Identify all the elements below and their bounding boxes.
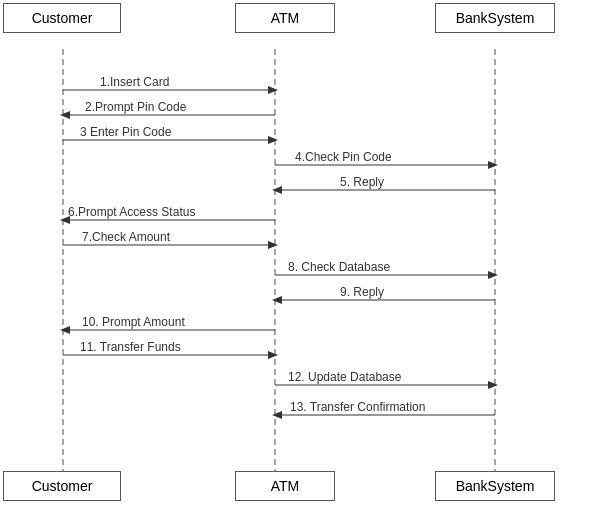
- actor-banksystem-top-label: BankSystem: [456, 10, 535, 26]
- actor-atm-bottom-label: ATM: [271, 478, 300, 494]
- msg-3-label: 3 Enter Pin Code: [80, 125, 172, 139]
- diagram-svg: 1.Insert Card 2.Prompt Pin Code 3 Enter …: [0, 0, 600, 513]
- msg-4-label: 4.Check Pin Code: [295, 150, 392, 164]
- svg-marker-22: [60, 326, 70, 334]
- msg-12-label: 12. Update Database: [288, 370, 402, 384]
- svg-marker-26: [488, 381, 498, 389]
- actor-banksystem-top: BankSystem: [435, 3, 555, 33]
- svg-marker-20: [272, 296, 282, 304]
- actor-customer-top: Customer: [3, 3, 121, 33]
- svg-marker-24: [268, 351, 278, 359]
- svg-marker-8: [268, 136, 278, 144]
- msg-5-label: 5. Reply: [340, 175, 384, 189]
- svg-marker-16: [268, 241, 278, 249]
- svg-marker-12: [272, 186, 282, 194]
- msg-7-label: 7.Check Amount: [82, 230, 171, 244]
- actor-atm-top-label: ATM: [271, 10, 300, 26]
- svg-marker-4: [268, 86, 278, 94]
- actor-atm-top: ATM: [235, 3, 335, 33]
- msg-1-label: 1.Insert Card: [100, 75, 169, 89]
- sequence-diagram: 1.Insert Card 2.Prompt Pin Code 3 Enter …: [0, 0, 600, 513]
- actor-customer-top-label: Customer: [32, 10, 93, 26]
- msg-10-label: 10. Prompt Amount: [82, 315, 185, 329]
- msg-13-label: 13. Transfer Confirmation: [290, 400, 425, 414]
- svg-marker-18: [488, 271, 498, 279]
- msg-2-label: 2.Prompt Pin Code: [85, 100, 187, 114]
- actor-atm-bottom: ATM: [235, 471, 335, 501]
- msg-9-label: 9. Reply: [340, 285, 384, 299]
- actor-customer-bottom-label: Customer: [32, 478, 93, 494]
- actor-customer-bottom: Customer: [3, 471, 121, 501]
- msg-8-label: 8. Check Database: [288, 260, 390, 274]
- svg-marker-6: [60, 111, 70, 119]
- msg-6-label: 6.Prompt Access Status: [68, 205, 195, 219]
- actor-banksystem-bottom-label: BankSystem: [456, 478, 535, 494]
- msg-11-label: 11. Transfer Funds: [80, 340, 181, 354]
- svg-marker-10: [488, 161, 498, 169]
- actor-banksystem-bottom: BankSystem: [435, 471, 555, 501]
- svg-marker-28: [272, 411, 282, 419]
